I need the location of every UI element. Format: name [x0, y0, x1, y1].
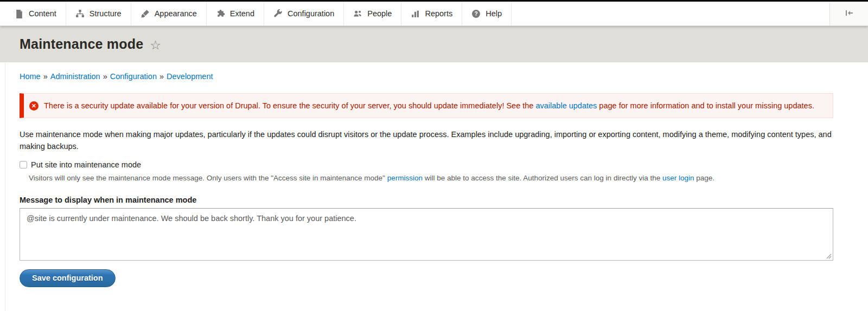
toolbar-orientation-toggle[interactable]: [829, 2, 868, 25]
page-title: Maintenance mode: [20, 36, 143, 52]
toolbar-item-label: Configuration: [288, 9, 334, 18]
breadcrumb-link-development[interactable]: Development: [167, 72, 213, 81]
message-textarea[interactable]: @site is currently under maintenance. We…: [20, 208, 833, 261]
maintenance-mode-checkbox[interactable]: [20, 161, 27, 169]
toolbar-item-configuration[interactable]: Configuration: [264, 2, 344, 25]
toolbar-item-label: Reports: [425, 9, 452, 18]
toolbar-item-content[interactable]: Content: [5, 2, 66, 25]
appearance-icon: [141, 9, 150, 18]
toolbar-item-label: Extend: [230, 9, 254, 18]
breadcrumb: Home»Administration»Configuration»Develo…: [20, 62, 833, 81]
intro-text: Use maintenance mode when making major u…: [20, 128, 833, 152]
toolbar-item-label: Content: [29, 9, 56, 18]
breadcrumb-link-home[interactable]: Home: [20, 72, 41, 81]
breadcrumb-separator: »: [43, 72, 48, 81]
maintenance-mode-checkbox-label[interactable]: Put site into maintenance mode: [31, 160, 141, 169]
available-updates-link[interactable]: available updates: [535, 101, 597, 110]
toolbar-item-appearance[interactable]: Appearance: [131, 2, 207, 25]
breadcrumb-link-configuration[interactable]: Configuration: [110, 72, 157, 81]
people-icon: [353, 9, 362, 18]
help-icon: ?: [471, 9, 481, 18]
svg-text:?: ?: [475, 11, 478, 17]
toolbar-item-structure[interactable]: Structure: [66, 2, 131, 25]
main-content: Home»Administration»Configuration»Develo…: [0, 62, 868, 287]
toolbar-item-help[interactable]: ? Help: [462, 2, 512, 25]
toolbar-item-label: Help: [486, 9, 502, 18]
breadcrumb-separator: »: [159, 72, 164, 81]
message-textarea-wrap: @site is currently under maintenance. We…: [20, 208, 833, 261]
configuration-icon: [273, 9, 283, 18]
toolbar-item-label: Structure: [90, 9, 122, 18]
maintenance-mode-checkbox-row: Put site into maintenance mode: [20, 160, 833, 169]
page-header: Maintenance mode ☆: [0, 26, 868, 62]
structure-icon: [75, 9, 85, 18]
reports-icon: [411, 9, 420, 18]
toolbar-item-label: People: [367, 9, 392, 18]
error-message-text: There is a security update available for…: [44, 100, 814, 112]
toolbar-item-reports[interactable]: Reports: [401, 2, 462, 25]
error-icon: ✕: [29, 101, 39, 111]
toolbar-orientation-toggle-icon: [845, 9, 853, 18]
breadcrumb-separator: »: [103, 72, 107, 81]
maintenance-mode-description: Visitors will only see the maintenance m…: [29, 173, 833, 183]
toolbar-item-extend[interactable]: Extend: [207, 2, 264, 25]
message-field-label: Message to display when in maintenance m…: [20, 196, 833, 204]
breadcrumb-link-administration[interactable]: Administration: [50, 72, 100, 81]
toolbar-item-people[interactable]: People: [344, 2, 401, 25]
content-icon: [15, 9, 24, 18]
admin-toolbar: Content Structure Appearance Extend Conf…: [0, 2, 868, 26]
resize-grip-icon[interactable]: [826, 254, 832, 259]
favorite-star-icon[interactable]: ☆: [150, 39, 161, 51]
user-login-link[interactable]: user login: [662, 174, 694, 182]
save-configuration-button[interactable]: Save configuration: [20, 269, 116, 287]
toolbar-item-label: Appearance: [155, 9, 197, 18]
permission-link[interactable]: permission: [387, 174, 423, 182]
error-message-box: ✕ There is a security update available f…: [20, 93, 833, 118]
extend-icon: [216, 9, 225, 18]
